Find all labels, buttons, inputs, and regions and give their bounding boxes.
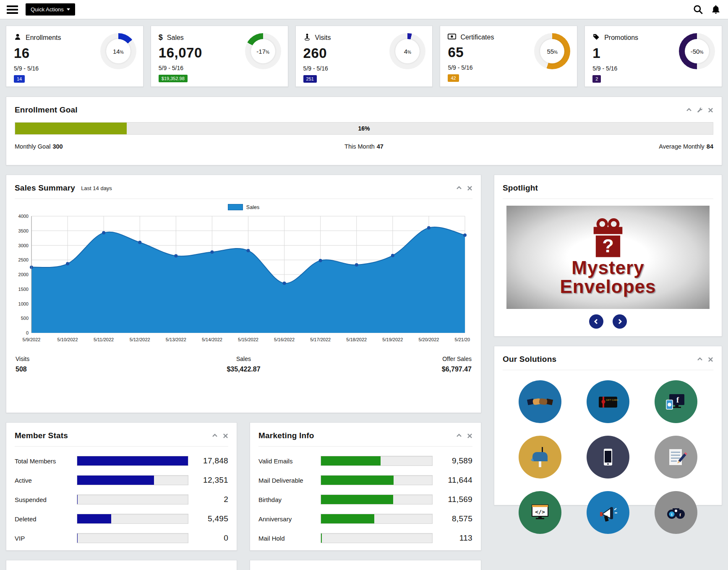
svg-text:1000: 1000 [18, 301, 29, 306]
megaphone-icon[interactable] [587, 491, 629, 534]
this-month: This Month47 [248, 143, 480, 150]
settings-wrench-icon[interactable] [697, 107, 703, 113]
money-bill-icon [448, 33, 456, 42]
close-icon[interactable] [708, 107, 713, 113]
promotions-donut: -50% [679, 33, 715, 69]
collapse-chevron-up-icon[interactable] [686, 107, 692, 113]
spotlight-panel: Spotlight ? Mystery Envelopes [494, 175, 722, 337]
card-certificates: Certificates 65 5/9 - 5/16 42 55% [440, 26, 577, 87]
handshake-icon[interactable] [519, 380, 561, 423]
svg-text:500: 500 [21, 316, 29, 321]
close-icon[interactable] [223, 433, 228, 439]
close-icon[interactable] [708, 357, 713, 362]
monthly-goal: Monthly Goal300 [15, 143, 248, 150]
svg-text:1500: 1500 [18, 287, 29, 292]
panel-title: Marketing Info [258, 431, 314, 440]
code-monitor-icon[interactable]: </> [519, 491, 561, 534]
svg-text:0: 0 [26, 330, 29, 335]
card-label: Promotions [604, 34, 638, 42]
card-badge: 2 [592, 75, 601, 83]
spotlight-slide[interactable]: ? Mystery Envelopes [506, 206, 710, 309]
tag-icon [592, 33, 600, 42]
stat-cards-row: Enrollments 16 5/9 - 5/16 14 14% $ Sales… [6, 26, 722, 87]
svg-text:</>: </> [535, 509, 545, 515]
panel-subtitle: Last 14 days [81, 185, 112, 191]
quick-actions-label: Quick Actions [31, 6, 64, 13]
mystery-gift-icon: ? [585, 218, 631, 259]
card-visits: Visits 260 5/9 - 5/16 251 4% [295, 26, 433, 87]
binoculars-social-icon[interactable]: t f [655, 491, 697, 534]
visits-donut: 4% [389, 33, 425, 69]
svg-text:5/13/2022: 5/13/2022 [166, 337, 186, 342]
panel-title: Spotlight [503, 183, 538, 193]
top-navbar: Quick Actions [0, 0, 728, 19]
enrollment-goal-panel: Enrollment Goal 16% Monthly Goal300 This… [6, 97, 722, 165]
previous-slide-button[interactable] [589, 314, 603, 329]
svg-text:5/14/2022: 5/14/2022 [202, 337, 222, 342]
progress-percent-label: 16% [15, 123, 713, 134]
close-icon[interactable] [467, 186, 472, 191]
spotlight-title-line2: Envelopes [560, 277, 656, 296]
collapse-chevron-up-icon[interactable] [697, 356, 703, 362]
notifications-bell-icon[interactable] [710, 4, 721, 15]
quick-actions-button[interactable]: Quick Actions [26, 3, 75, 16]
collapse-chevron-up-icon[interactable] [212, 433, 218, 439]
svg-text:5/11/2022: 5/11/2022 [94, 337, 114, 342]
svg-text:2500: 2500 [18, 257, 29, 262]
stat-row: Total Members 17,848 [6, 456, 237, 466]
legend-swatch [228, 204, 243, 210]
stat-row: Valid Emails 9,589 [250, 456, 481, 466]
footer-offer-sales: Offer Sales $6,797.47 [320, 356, 472, 373]
mobile-phone-icon[interactable] [587, 436, 629, 478]
svg-text:5/21/2022: 5/21/2022 [455, 337, 470, 342]
collapse-chevron-up-icon[interactable] [456, 185, 462, 191]
footer-visits: Visits 508 [16, 356, 167, 373]
our-solutions-panel: Our Solutions [494, 346, 722, 505]
card-badge: $19,352.98 [159, 75, 188, 82]
svg-text:5/15/2022: 5/15/2022 [238, 337, 258, 342]
svg-text:5/17/2022: 5/17/2022 [310, 337, 331, 342]
chevron-left-icon [593, 319, 599, 324]
sales-area-chart: 050010001500200025003000350040005/9/2022… [11, 211, 470, 350]
stat-row: Birthday 11,569 [250, 494, 481, 505]
mailbox-icon[interactable] [519, 436, 561, 478]
average-monthly: Average Monthly84 [480, 143, 713, 150]
svg-text:3000: 3000 [18, 243, 29, 248]
svg-text:5/20/2022: 5/20/2022 [418, 337, 439, 342]
next-slide-button[interactable] [613, 314, 627, 329]
panel-title: Our Solutions [503, 355, 556, 364]
svg-text:4000: 4000 [18, 214, 29, 219]
panel-title: Sales Summary [15, 183, 75, 193]
sales-summary-panel: Sales Summary Last 14 days Sales 0500100… [6, 175, 481, 413]
sales-donut: -17% [245, 33, 281, 69]
gift-card-icon[interactable]: GIFT CARD [587, 380, 629, 423]
enrollment-goal-progressbar: 16% [15, 122, 713, 135]
card-label: Visits [315, 34, 331, 42]
dollar-icon: $ [159, 33, 163, 42]
card-label: Certificates [460, 34, 494, 41]
panel-title: Member Stats [15, 431, 68, 440]
certificates-donut: 55% [534, 33, 570, 69]
svg-text:?: ? [602, 235, 613, 256]
chart-legend: Sales [6, 204, 481, 210]
stat-row: Anniversary 8,575 [250, 514, 481, 524]
svg-text:GIFT CARD: GIFT CARD [606, 399, 618, 401]
panel-title: Enrollment Goal [15, 105, 78, 115]
search-icon[interactable] [693, 4, 704, 15]
card-badge: 42 [448, 74, 459, 82]
stat-row: Deleted 5,495 [6, 514, 237, 524]
hamburger-menu-icon[interactable] [7, 5, 18, 14]
card-badge: 14 [14, 75, 25, 83]
stat-row: Mail Hold 113 [250, 533, 481, 543]
card-sales: $ Sales 16,070 5/9 - 5/16 $19,352.98 -17… [151, 26, 288, 87]
social-media-desktop-icon[interactable]: f [655, 380, 697, 423]
svg-text:f: f [676, 396, 679, 404]
notes-pencil-icon[interactable] [655, 436, 697, 478]
card-label: Sales [167, 34, 184, 42]
stat-row: Mail Deliverable 11,644 [250, 475, 481, 485]
collapse-chevron-up-icon[interactable] [456, 433, 462, 439]
card-badge: 251 [303, 75, 317, 83]
stat-row: Active 12,351 [6, 475, 237, 485]
legend-label: Sales [246, 204, 259, 210]
close-icon[interactable] [467, 433, 472, 439]
